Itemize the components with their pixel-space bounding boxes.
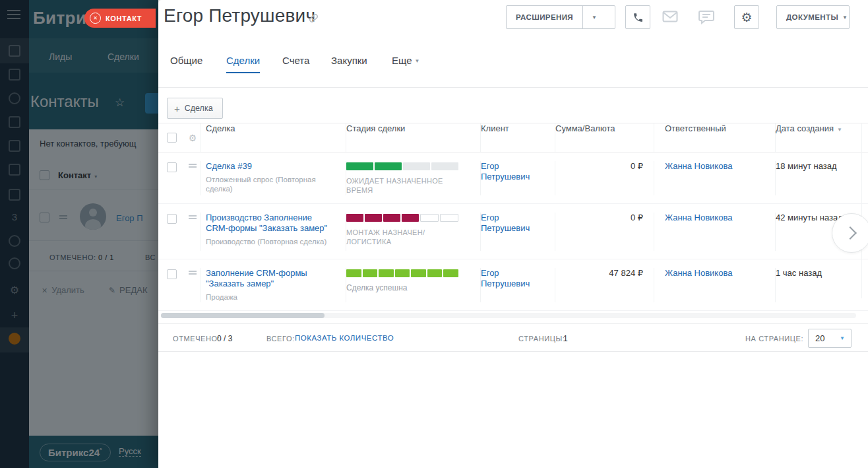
- divider: [861, 123, 862, 298]
- stage-label: Сделка успешна: [346, 283, 457, 294]
- client-link[interactable]: Егор Петрушевич: [481, 268, 540, 290]
- responsible-link[interactable]: Жанна Новикова: [654, 268, 775, 278]
- call-button[interactable]: [625, 5, 650, 29]
- deal-subtitle: Продажа: [206, 293, 328, 302]
- responsible-link[interactable]: Жанна Новикова: [654, 161, 775, 171]
- plus-icon: +: [174, 103, 180, 114]
- deal-row: Заполнение CRM-формы "Заказать замер" Пр…: [158, 259, 868, 312]
- slider-overlay[interactable]: [0, 0, 158, 468]
- chevron-down-icon: ▼: [842, 15, 854, 20]
- gear-icon: ⚙: [741, 11, 752, 24]
- tab-deals[interactable]: Сделки: [226, 55, 260, 73]
- documents-label: ДОКУМЕНТЫ: [777, 13, 842, 21]
- column-header-stage[interactable]: Стадия сделки: [346, 123, 480, 152]
- tab-purchases[interactable]: Закупки: [331, 55, 367, 72]
- deal-title-link[interactable]: Сделка #39: [206, 161, 331, 172]
- checked-value: 0 / 3: [217, 334, 232, 343]
- stage-label: ОЖИДАЕТ НАЗНАЧЕННОЕ ВРЕМЯ: [346, 176, 457, 195]
- deal-subtitle: Отложенный спрос (Повторная сделка): [206, 176, 328, 194]
- pages-value: 1: [563, 334, 568, 343]
- chat-button-disabled: [698, 10, 714, 27]
- extensions-label: РАСШИРЕНИЯ: [507, 13, 582, 21]
- deal-sum: 0 ₽: [555, 213, 654, 251]
- stage-progress-bar[interactable]: [346, 162, 458, 170]
- column-header-responsible[interactable]: Ответственный: [654, 123, 775, 152]
- tab-more[interactable]: Еще▼: [392, 55, 419, 72]
- slider-close-badge[interactable]: ✕ КОНТАКТ: [84, 9, 156, 28]
- stage-progress-bar[interactable]: [346, 269, 458, 277]
- drag-handle-icon[interactable]: [189, 271, 197, 272]
- created-date: 18 минут назад: [775, 161, 868, 195]
- deal-subtitle: Производство (Повторная сделка): [206, 238, 328, 247]
- chat-bubble-icon: [698, 10, 714, 24]
- checked-label: ОТМЕЧЕНО:: [173, 335, 220, 343]
- created-date: 1 час назад: [775, 268, 868, 303]
- column-header-created[interactable]: Дата создания▼: [775, 123, 868, 152]
- chevron-down-icon: ▼: [840, 335, 845, 341]
- tab-general[interactable]: Общие: [170, 55, 202, 72]
- row-checkbox[interactable]: [167, 162, 177, 172]
- client-link[interactable]: Егор Петрушевич: [481, 161, 540, 183]
- deal-title-link[interactable]: Заполнение CRM-формы "Заказать замер": [206, 268, 331, 290]
- contact-slider-panel: Егор Петрушевич РАСШИРЕНИЯ ▼ ⚙ ДОКУМЕНТЫ: [158, 0, 868, 468]
- next-entity-button[interactable]: [832, 213, 868, 253]
- column-header-sum[interactable]: Сумма/Валюта: [555, 123, 654, 152]
- deal-row: Производство Заполнение CRM-формы "Заказ…: [158, 204, 868, 259]
- add-deal-label: Сделка: [185, 104, 213, 113]
- email-button-disabled: [662, 10, 678, 26]
- extensions-button[interactable]: РАСШИРЕНИЯ ▼: [506, 5, 615, 29]
- detail-tabs: Общие Сделки Счета Закупки Еще▼: [158, 44, 868, 88]
- grid-header-row: ⚙ Сделка Стадия сделки Клиент Сумма/Валю…: [158, 123, 868, 152]
- responsible-link[interactable]: Жанна Новикова: [654, 213, 775, 222]
- documents-button[interactable]: ДОКУМЕНТЫ ▼: [776, 5, 850, 29]
- deal-title-link[interactable]: Производство Заполнение CRM-формы "Заказ…: [206, 213, 331, 235]
- envelope-icon: [662, 10, 678, 23]
- column-header-client[interactable]: Клиент: [480, 123, 555, 152]
- total-label: ВСЕГО:: [266, 335, 295, 343]
- settings-button[interactable]: ⚙: [734, 5, 759, 29]
- deal-row: Сделка #39 Отложенный спрос (Повторная с…: [158, 152, 868, 204]
- per-page-value: 20: [815, 333, 824, 343]
- phone-icon: [633, 12, 644, 23]
- copy-link-icon[interactable]: [309, 13, 319, 26]
- tab-invoices[interactable]: Счета: [282, 55, 309, 72]
- pages-label: СТРАНИЦЫ:: [518, 335, 565, 343]
- deal-sum: 0 ₽: [555, 161, 654, 195]
- row-checkbox[interactable]: [167, 214, 177, 224]
- deals-grid: ⚙ Сделка Стадия сделки Клиент Сумма/Валю…: [158, 123, 868, 311]
- stage-label: МОНТАЖ НАЗНАЧЕН/ ЛОГИСТИКА: [346, 228, 457, 247]
- grid-footer: ОТМЕЧЕНО: 0 / 3 ВСЕГО: ПОКАЗАТЬ КОЛИЧЕСТ…: [158, 323, 868, 352]
- chevron-down-icon[interactable]: ▼: [583, 15, 605, 20]
- sort-caret-icon: ▼: [837, 127, 842, 133]
- add-deal-button[interactable]: + Сделка: [167, 98, 223, 119]
- deal-sum: 47 824 ₽: [555, 268, 654, 303]
- contact-title: Егор Петрушевич: [164, 5, 315, 26]
- select-all-checkbox[interactable]: [167, 133, 177, 143]
- row-checkbox[interactable]: [167, 269, 177, 279]
- stage-progress-bar[interactable]: [346, 214, 458, 222]
- grid-settings-gear-icon[interactable]: ⚙: [185, 133, 201, 143]
- slider-badge-label: КОНТАКТ: [106, 15, 142, 22]
- scrollbar-thumb[interactable]: [161, 313, 325, 318]
- per-page-select[interactable]: 20 ▼: [808, 329, 852, 348]
- per-page-label: НА СТРАНИЦЕ:: [745, 335, 803, 343]
- show-count-link[interactable]: ПОКАЗАТЬ КОЛИЧЕСТВО: [295, 334, 394, 342]
- horizontal-scrollbar: [158, 310, 861, 321]
- chevron-down-icon: ▼: [415, 58, 420, 64]
- client-link[interactable]: Егор Петрушевич: [481, 213, 540, 234]
- drag-handle-icon[interactable]: [189, 164, 197, 165]
- drag-handle-icon[interactable]: [189, 215, 197, 217]
- column-header-deal[interactable]: Сделка: [201, 123, 346, 152]
- close-icon[interactable]: ✕: [90, 13, 101, 24]
